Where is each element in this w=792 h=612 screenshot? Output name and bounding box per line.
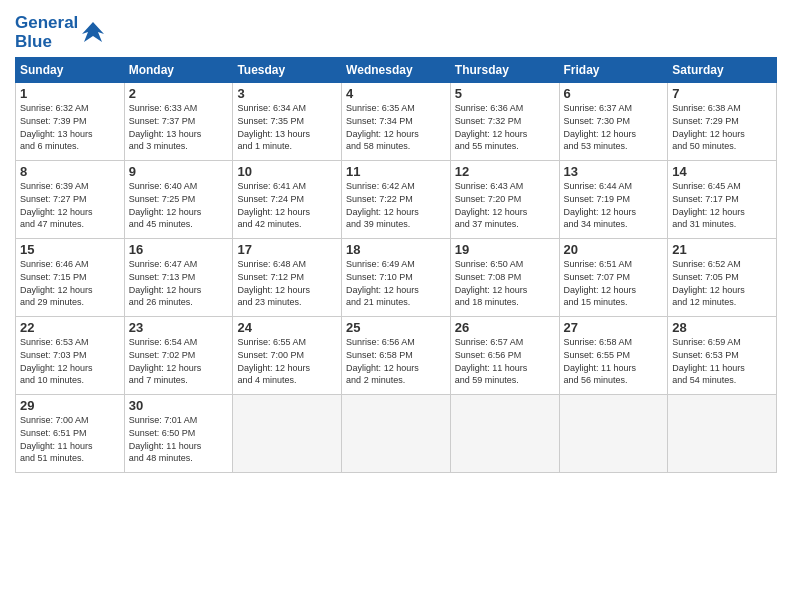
day-number: 26 <box>455 320 555 335</box>
weekday-header-sunday: Sunday <box>16 58 125 83</box>
day-number: 27 <box>564 320 664 335</box>
day-number: 8 <box>20 164 120 179</box>
day-number: 29 <box>20 398 120 413</box>
day-number: 2 <box>129 86 229 101</box>
day-info: Sunrise: 6:36 AM Sunset: 7:32 PM Dayligh… <box>455 102 555 152</box>
day-info: Sunrise: 6:56 AM Sunset: 6:58 PM Dayligh… <box>346 336 446 386</box>
day-info: Sunrise: 7:00 AM Sunset: 6:51 PM Dayligh… <box>20 414 120 464</box>
logo-text: General Blue <box>15 14 78 51</box>
calendar-cell: 18Sunrise: 6:49 AM Sunset: 7:10 PM Dayli… <box>342 239 451 317</box>
logo-bird-icon <box>80 20 106 46</box>
day-number: 11 <box>346 164 446 179</box>
day-number: 13 <box>564 164 664 179</box>
day-info: Sunrise: 6:38 AM Sunset: 7:29 PM Dayligh… <box>672 102 772 152</box>
calendar-cell: 5Sunrise: 6:36 AM Sunset: 7:32 PM Daylig… <box>450 83 559 161</box>
day-number: 14 <box>672 164 772 179</box>
calendar-cell: 27Sunrise: 6:58 AM Sunset: 6:55 PM Dayli… <box>559 317 668 395</box>
calendar-cell: 11Sunrise: 6:42 AM Sunset: 7:22 PM Dayli… <box>342 161 451 239</box>
day-info: Sunrise: 6:52 AM Sunset: 7:05 PM Dayligh… <box>672 258 772 308</box>
calendar-cell: 10Sunrise: 6:41 AM Sunset: 7:24 PM Dayli… <box>233 161 342 239</box>
day-info: Sunrise: 6:47 AM Sunset: 7:13 PM Dayligh… <box>129 258 229 308</box>
day-info: Sunrise: 6:49 AM Sunset: 7:10 PM Dayligh… <box>346 258 446 308</box>
svg-marker-0 <box>82 22 104 42</box>
day-number: 4 <box>346 86 446 101</box>
logo-content: General Blue <box>15 14 106 51</box>
day-number: 5 <box>455 86 555 101</box>
day-info: Sunrise: 6:51 AM Sunset: 7:07 PM Dayligh… <box>564 258 664 308</box>
day-info: Sunrise: 6:40 AM Sunset: 7:25 PM Dayligh… <box>129 180 229 230</box>
calendar-cell: 6Sunrise: 6:37 AM Sunset: 7:30 PM Daylig… <box>559 83 668 161</box>
calendar-row-3: 15Sunrise: 6:46 AM Sunset: 7:15 PM Dayli… <box>16 239 777 317</box>
day-info: Sunrise: 6:39 AM Sunset: 7:27 PM Dayligh… <box>20 180 120 230</box>
day-number: 28 <box>672 320 772 335</box>
calendar-cell: 25Sunrise: 6:56 AM Sunset: 6:58 PM Dayli… <box>342 317 451 395</box>
calendar-cell: 1Sunrise: 6:32 AM Sunset: 7:39 PM Daylig… <box>16 83 125 161</box>
logo: General Blue <box>15 14 106 51</box>
day-number: 18 <box>346 242 446 257</box>
calendar-cell: 7Sunrise: 6:38 AM Sunset: 7:29 PM Daylig… <box>668 83 777 161</box>
day-info: Sunrise: 6:59 AM Sunset: 6:53 PM Dayligh… <box>672 336 772 386</box>
logo-blue: Blue <box>15 33 78 52</box>
calendar-cell: 14Sunrise: 6:45 AM Sunset: 7:17 PM Dayli… <box>668 161 777 239</box>
calendar-table: SundayMondayTuesdayWednesdayThursdayFrid… <box>15 57 777 473</box>
day-number: 9 <box>129 164 229 179</box>
day-number: 24 <box>237 320 337 335</box>
calendar-row-2: 8Sunrise: 6:39 AM Sunset: 7:27 PM Daylig… <box>16 161 777 239</box>
day-number: 1 <box>20 86 120 101</box>
calendar-cell <box>668 395 777 473</box>
calendar-cell: 22Sunrise: 6:53 AM Sunset: 7:03 PM Dayli… <box>16 317 125 395</box>
day-info: Sunrise: 6:35 AM Sunset: 7:34 PM Dayligh… <box>346 102 446 152</box>
calendar-cell: 20Sunrise: 6:51 AM Sunset: 7:07 PM Dayli… <box>559 239 668 317</box>
day-number: 7 <box>672 86 772 101</box>
day-info: Sunrise: 6:32 AM Sunset: 7:39 PM Dayligh… <box>20 102 120 152</box>
day-info: Sunrise: 6:41 AM Sunset: 7:24 PM Dayligh… <box>237 180 337 230</box>
calendar-cell: 3Sunrise: 6:34 AM Sunset: 7:35 PM Daylig… <box>233 83 342 161</box>
day-info: Sunrise: 6:50 AM Sunset: 7:08 PM Dayligh… <box>455 258 555 308</box>
day-number: 25 <box>346 320 446 335</box>
weekday-header-tuesday: Tuesday <box>233 58 342 83</box>
weekday-header-row: SundayMondayTuesdayWednesdayThursdayFrid… <box>16 58 777 83</box>
day-info: Sunrise: 6:42 AM Sunset: 7:22 PM Dayligh… <box>346 180 446 230</box>
day-number: 20 <box>564 242 664 257</box>
weekday-header-wednesday: Wednesday <box>342 58 451 83</box>
calendar-cell <box>450 395 559 473</box>
calendar-cell: 30Sunrise: 7:01 AM Sunset: 6:50 PM Dayli… <box>124 395 233 473</box>
day-info: Sunrise: 6:37 AM Sunset: 7:30 PM Dayligh… <box>564 102 664 152</box>
calendar-cell: 2Sunrise: 6:33 AM Sunset: 7:37 PM Daylig… <box>124 83 233 161</box>
calendar-row-4: 22Sunrise: 6:53 AM Sunset: 7:03 PM Dayli… <box>16 317 777 395</box>
calendar-cell: 15Sunrise: 6:46 AM Sunset: 7:15 PM Dayli… <box>16 239 125 317</box>
calendar-cell: 26Sunrise: 6:57 AM Sunset: 6:56 PM Dayli… <box>450 317 559 395</box>
day-info: Sunrise: 6:43 AM Sunset: 7:20 PM Dayligh… <box>455 180 555 230</box>
day-number: 15 <box>20 242 120 257</box>
day-info: Sunrise: 6:44 AM Sunset: 7:19 PM Dayligh… <box>564 180 664 230</box>
calendar-cell <box>559 395 668 473</box>
day-info: Sunrise: 6:54 AM Sunset: 7:02 PM Dayligh… <box>129 336 229 386</box>
day-info: Sunrise: 6:46 AM Sunset: 7:15 PM Dayligh… <box>20 258 120 308</box>
weekday-header-friday: Friday <box>559 58 668 83</box>
day-number: 22 <box>20 320 120 335</box>
calendar-cell: 16Sunrise: 6:47 AM Sunset: 7:13 PM Dayli… <box>124 239 233 317</box>
day-info: Sunrise: 6:48 AM Sunset: 7:12 PM Dayligh… <box>237 258 337 308</box>
calendar-cell <box>233 395 342 473</box>
weekday-header-thursday: Thursday <box>450 58 559 83</box>
day-info: Sunrise: 6:45 AM Sunset: 7:17 PM Dayligh… <box>672 180 772 230</box>
calendar-cell: 4Sunrise: 6:35 AM Sunset: 7:34 PM Daylig… <box>342 83 451 161</box>
day-number: 23 <box>129 320 229 335</box>
calendar-cell: 13Sunrise: 6:44 AM Sunset: 7:19 PM Dayli… <box>559 161 668 239</box>
page-container: General Blue SundayMondayTuesdayWednesda… <box>0 0 792 483</box>
calendar-cell: 23Sunrise: 6:54 AM Sunset: 7:02 PM Dayli… <box>124 317 233 395</box>
day-number: 30 <box>129 398 229 413</box>
calendar-cell: 19Sunrise: 6:50 AM Sunset: 7:08 PM Dayli… <box>450 239 559 317</box>
page-header: General Blue <box>15 10 777 51</box>
day-number: 10 <box>237 164 337 179</box>
calendar-cell: 9Sunrise: 6:40 AM Sunset: 7:25 PM Daylig… <box>124 161 233 239</box>
calendar-cell: 8Sunrise: 6:39 AM Sunset: 7:27 PM Daylig… <box>16 161 125 239</box>
day-info: Sunrise: 6:53 AM Sunset: 7:03 PM Dayligh… <box>20 336 120 386</box>
calendar-cell: 29Sunrise: 7:00 AM Sunset: 6:51 PM Dayli… <box>16 395 125 473</box>
calendar-row-5: 29Sunrise: 7:00 AM Sunset: 6:51 PM Dayli… <box>16 395 777 473</box>
day-number: 16 <box>129 242 229 257</box>
calendar-cell: 24Sunrise: 6:55 AM Sunset: 7:00 PM Dayli… <box>233 317 342 395</box>
day-info: Sunrise: 6:57 AM Sunset: 6:56 PM Dayligh… <box>455 336 555 386</box>
day-number: 3 <box>237 86 337 101</box>
day-info: Sunrise: 7:01 AM Sunset: 6:50 PM Dayligh… <box>129 414 229 464</box>
